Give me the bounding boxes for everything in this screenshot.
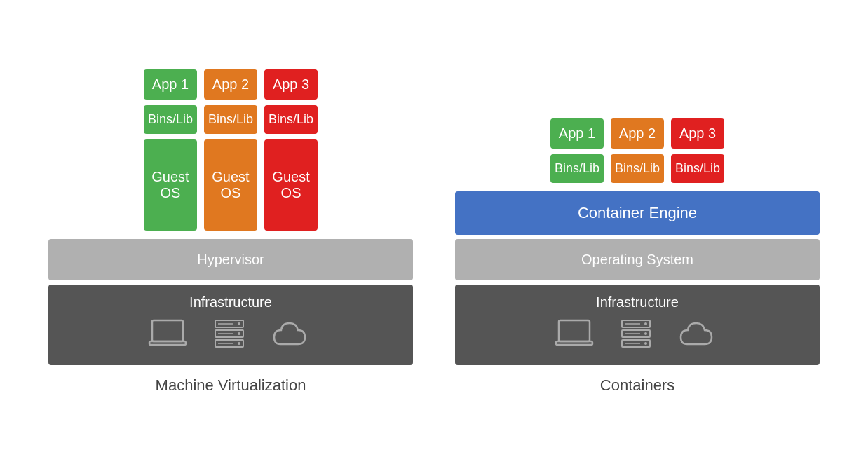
svg-point-5 bbox=[238, 322, 240, 325]
container-engine-box: Container Engine bbox=[455, 191, 820, 235]
mv-col-1: App 1 Bins/Lib GuestOS bbox=[144, 69, 197, 231]
ct-cloud-icon bbox=[677, 318, 722, 353]
ct-col-1: App 1 Bins/Lib bbox=[550, 118, 604, 183]
ct-label: Containers bbox=[600, 376, 674, 395]
ct-infra-icons bbox=[553, 318, 722, 353]
containers-section: App 1 Bins/Lib App 2 Bins/Lib App 3 Bins… bbox=[455, 118, 820, 395]
cloud-icon bbox=[270, 318, 316, 353]
mv-app3: App 3 bbox=[264, 69, 318, 100]
mv-bins3: Bins/Lib bbox=[264, 105, 318, 134]
mv-col-3: App 3 Bins/Lib GuestOS bbox=[264, 69, 318, 231]
ct-server-icon bbox=[615, 318, 657, 353]
svg-point-18 bbox=[644, 342, 647, 345]
mv-col-2: App 2 Bins/Lib GuestOS bbox=[204, 69, 257, 231]
svg-rect-11 bbox=[559, 320, 590, 341]
mv-bins2: Bins/Lib bbox=[204, 105, 257, 134]
ct-bins1: Bins/Lib bbox=[550, 154, 604, 183]
mv-app2: App 2 bbox=[204, 69, 257, 100]
mv-guest2: GuestOS bbox=[204, 139, 257, 231]
server-icon bbox=[208, 318, 250, 353]
mv-infra-icons bbox=[147, 318, 316, 353]
ct-apps-row: App 1 Bins/Lib App 2 Bins/Lib App 3 Bins… bbox=[545, 118, 730, 183]
mv-infra-box: Infrastructure bbox=[48, 285, 413, 365]
svg-point-6 bbox=[238, 332, 240, 335]
ct-infra-label: Infrastructure bbox=[596, 294, 679, 311]
ct-app2: App 2 bbox=[611, 118, 664, 149]
mv-guest1: GuestOS bbox=[144, 139, 197, 231]
svg-rect-12 bbox=[556, 341, 592, 345]
mv-infra-label: Infrastructure bbox=[189, 294, 272, 311]
ct-laptop-icon bbox=[553, 318, 595, 353]
svg-point-17 bbox=[644, 332, 647, 335]
mv-guest3: GuestOS bbox=[264, 139, 318, 231]
ct-bins2: Bins/Lib bbox=[611, 154, 664, 183]
diagram-wrapper: App 1 Bins/Lib GuestOS App 2 Bins/Lib Gu… bbox=[20, 55, 848, 409]
laptop-icon bbox=[147, 318, 189, 353]
ct-app3: App 3 bbox=[671, 118, 724, 149]
mv-app1: App 1 bbox=[144, 69, 197, 100]
machine-virtualization-section: App 1 Bins/Lib GuestOS App 2 Bins/Lib Gu… bbox=[48, 69, 413, 395]
svg-rect-0 bbox=[152, 320, 183, 341]
ct-bins3: Bins/Lib bbox=[671, 154, 724, 183]
svg-rect-1 bbox=[149, 341, 186, 345]
ct-app1: App 1 bbox=[550, 118, 604, 149]
svg-point-7 bbox=[238, 342, 240, 345]
mv-apps-row: App 1 Bins/Lib GuestOS App 2 Bins/Lib Gu… bbox=[138, 69, 323, 231]
os-box: Operating System bbox=[455, 239, 820, 280]
hypervisor-box: Hypervisor bbox=[48, 239, 413, 280]
mv-label: Machine Virtualization bbox=[156, 376, 306, 395]
ct-col-3: App 3 Bins/Lib bbox=[671, 118, 724, 183]
mv-bins1: Bins/Lib bbox=[144, 105, 197, 134]
ct-infra-box: Infrastructure bbox=[455, 285, 820, 365]
svg-point-16 bbox=[644, 322, 647, 325]
ct-col-2: App 2 Bins/Lib bbox=[611, 118, 664, 183]
